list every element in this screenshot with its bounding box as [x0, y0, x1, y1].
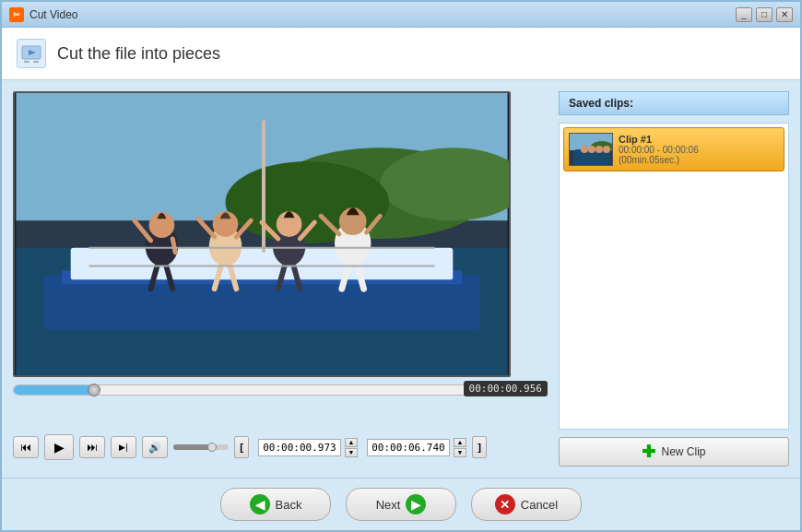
end-time-group: ▲ ▼ — [367, 438, 466, 457]
page-title: Cut the file into pieces — [57, 44, 220, 64]
page-header: Cut the file into pieces — [2, 28, 800, 80]
volume-fill — [173, 444, 212, 450]
clip-item[interactable]: Clip #1 00:00:00 - 00:00:06 (00min.05sec… — [563, 127, 784, 171]
start-time-up[interactable]: ▲ — [345, 438, 358, 447]
svg-rect-13 — [262, 121, 265, 253]
start-time-spinners: ▲ ▼ — [345, 438, 358, 457]
back-icon: ◀ — [250, 494, 270, 514]
end-time-down[interactable]: ▼ — [454, 448, 466, 457]
end-time-up[interactable]: ▲ — [454, 438, 466, 447]
saved-clips-header: Saved clips: — [559, 91, 789, 115]
video-preview — [13, 91, 511, 377]
cancel-label: Cancel — [521, 498, 558, 512]
end-time-input[interactable] — [367, 439, 450, 456]
timeline-wrapper: 00:00:00.956 — [13, 384, 548, 401]
plus-icon: ✚ — [642, 443, 655, 460]
maximize-button[interactable]: □ — [756, 7, 773, 22]
volume-slider[interactable] — [173, 444, 229, 450]
current-time-display: 00:00:00.956 — [464, 381, 548, 396]
svg-rect-2 — [24, 61, 29, 63]
new-clip-button[interactable]: ✚ New Clip — [559, 437, 789, 467]
cancel-button[interactable]: ✕ Cancel — [471, 488, 582, 521]
end-time-spinners: ▲ ▼ — [454, 438, 466, 457]
controls-row: ⏮ ▶ ⏭ ▶| 🔊 [ ▲ ▼ — [13, 434, 548, 460]
right-panel: Saved clips: — [559, 91, 789, 467]
clip-duration: (00min.05sec.) — [619, 155, 699, 165]
app-icon: ✂ — [9, 7, 24, 22]
close-button[interactable]: ✕ — [776, 7, 793, 22]
volume-button[interactable]: 🔊 — [142, 436, 168, 458]
progress-fill — [14, 385, 94, 395]
svg-point-47 — [596, 146, 603, 153]
clips-list: Clip #1 00:00:00 - 00:00:06 (00min.05sec… — [559, 123, 789, 430]
minimize-button[interactable]: _ — [736, 7, 752, 22]
cancel-icon: ✕ — [495, 494, 515, 514]
skip-to-start-button[interactable]: ⏮ — [13, 436, 39, 458]
clip-thumbnail — [569, 133, 613, 166]
next-button[interactable]: Next ▶ — [346, 488, 456, 521]
start-time-input[interactable] — [258, 439, 341, 456]
window-title: Cut Video — [29, 8, 736, 21]
next-icon: ▶ — [406, 494, 426, 514]
volume-thumb — [207, 443, 217, 452]
svg-rect-3 — [33, 61, 39, 63]
next-label: Next — [376, 498, 401, 512]
svg-point-46 — [588, 146, 596, 153]
start-time-down[interactable]: ▼ — [345, 448, 358, 457]
clip-info: Clip #1 00:00:00 - 00:00:06 (00min.05sec… — [619, 134, 699, 165]
back-button[interactable]: ◀ Back — [220, 488, 331, 521]
skip-to-end-button[interactable]: ⏭ — [79, 436, 105, 458]
svg-point-48 — [603, 146, 610, 153]
left-panel: 00:00:00.956 ⏮ ▶ ⏭ ▶| 🔊 [ ▲ — [13, 91, 548, 467]
play-button[interactable]: ▶ — [44, 434, 74, 460]
start-time-group: ▲ ▼ — [258, 438, 358, 457]
new-clip-label: New Clip — [661, 445, 705, 458]
svg-point-45 — [581, 146, 588, 153]
clip-time-range: 00:00:00 - 00:00:06 — [619, 145, 699, 155]
progress-thumb[interactable] — [88, 384, 100, 396]
content-area: 00:00:00.956 ⏮ ▶ ⏭ ▶| 🔊 [ ▲ — [2, 80, 800, 478]
step-forward-button[interactable]: ▶| — [111, 436, 136, 458]
bracket-start-button[interactable]: [ — [234, 436, 249, 458]
bracket-end-button[interactable]: ] — [472, 436, 487, 458]
svg-line-17 — [172, 239, 175, 253]
main-window: ✂ Cut Video _ □ ✕ Cut the file into piec… — [0, 0, 802, 532]
window-controls: _ □ ✕ — [736, 7, 793, 22]
footer: ◀ Back Next ▶ ✕ Cancel — [2, 478, 800, 530]
clip-name: Clip #1 — [619, 134, 699, 145]
svg-rect-12 — [71, 248, 454, 280]
header-icon — [17, 39, 46, 68]
back-label: Back — [276, 498, 302, 512]
title-bar: ✂ Cut Video _ □ ✕ — [2, 2, 800, 28]
